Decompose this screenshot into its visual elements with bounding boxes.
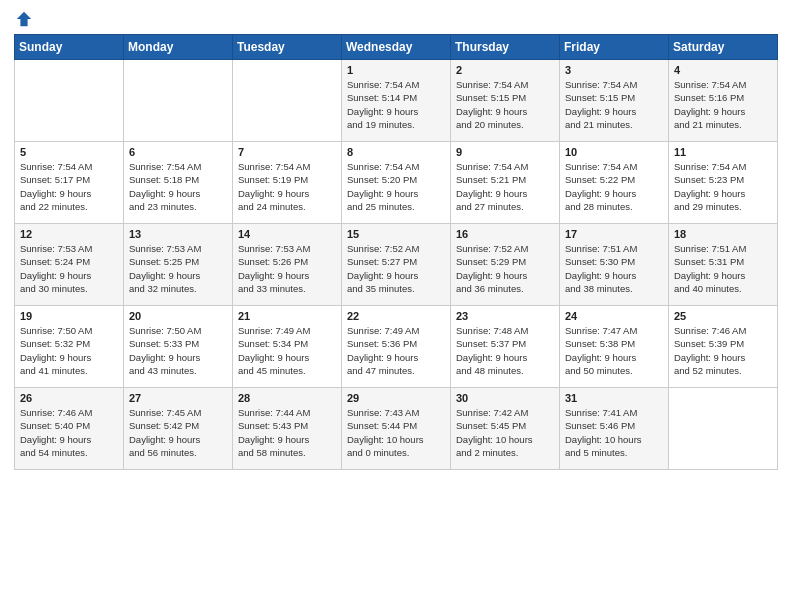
weekday-header: Monday [124, 35, 233, 60]
calendar-week-row: 26Sunrise: 7:46 AM Sunset: 5:40 PM Dayli… [15, 388, 778, 470]
day-number: 11 [674, 146, 772, 158]
day-info: Sunrise: 7:43 AM Sunset: 5:44 PM Dayligh… [347, 406, 445, 459]
weekday-header: Tuesday [233, 35, 342, 60]
day-number: 31 [565, 392, 663, 404]
page-container: SundayMondayTuesdayWednesdayThursdayFrid… [0, 0, 792, 480]
calendar-header-row: SundayMondayTuesdayWednesdayThursdayFrid… [15, 35, 778, 60]
day-info: Sunrise: 7:45 AM Sunset: 5:42 PM Dayligh… [129, 406, 227, 459]
day-number: 10 [565, 146, 663, 158]
day-info: Sunrise: 7:52 AM Sunset: 5:27 PM Dayligh… [347, 242, 445, 295]
day-info: Sunrise: 7:49 AM Sunset: 5:34 PM Dayligh… [238, 324, 336, 377]
day-number: 28 [238, 392, 336, 404]
day-info: Sunrise: 7:54 AM Sunset: 5:17 PM Dayligh… [20, 160, 118, 213]
calendar-cell: 20Sunrise: 7:50 AM Sunset: 5:33 PM Dayli… [124, 306, 233, 388]
day-number: 23 [456, 310, 554, 322]
calendar-cell: 30Sunrise: 7:42 AM Sunset: 5:45 PM Dayli… [451, 388, 560, 470]
calendar-cell: 1Sunrise: 7:54 AM Sunset: 5:14 PM Daylig… [342, 60, 451, 142]
day-info: Sunrise: 7:53 AM Sunset: 5:25 PM Dayligh… [129, 242, 227, 295]
calendar-cell: 7Sunrise: 7:54 AM Sunset: 5:19 PM Daylig… [233, 142, 342, 224]
day-number: 22 [347, 310, 445, 322]
calendar-cell: 9Sunrise: 7:54 AM Sunset: 5:21 PM Daylig… [451, 142, 560, 224]
calendar-cell: 5Sunrise: 7:54 AM Sunset: 5:17 PM Daylig… [15, 142, 124, 224]
day-number: 24 [565, 310, 663, 322]
day-number: 17 [565, 228, 663, 240]
day-info: Sunrise: 7:54 AM Sunset: 5:18 PM Dayligh… [129, 160, 227, 213]
calendar-cell: 13Sunrise: 7:53 AM Sunset: 5:25 PM Dayli… [124, 224, 233, 306]
day-number: 20 [129, 310, 227, 322]
day-number: 12 [20, 228, 118, 240]
day-number: 26 [20, 392, 118, 404]
weekday-header: Wednesday [342, 35, 451, 60]
calendar-cell: 19Sunrise: 7:50 AM Sunset: 5:32 PM Dayli… [15, 306, 124, 388]
weekday-header: Thursday [451, 35, 560, 60]
day-number: 13 [129, 228, 227, 240]
svg-marker-0 [17, 12, 31, 26]
weekday-header: Saturday [669, 35, 778, 60]
calendar-week-row: 12Sunrise: 7:53 AM Sunset: 5:24 PM Dayli… [15, 224, 778, 306]
day-info: Sunrise: 7:48 AM Sunset: 5:37 PM Dayligh… [456, 324, 554, 377]
day-number: 7 [238, 146, 336, 158]
day-number: 14 [238, 228, 336, 240]
calendar-week-row: 1Sunrise: 7:54 AM Sunset: 5:14 PM Daylig… [15, 60, 778, 142]
day-number: 9 [456, 146, 554, 158]
day-info: Sunrise: 7:50 AM Sunset: 5:32 PM Dayligh… [20, 324, 118, 377]
calendar-cell: 18Sunrise: 7:51 AM Sunset: 5:31 PM Dayli… [669, 224, 778, 306]
day-info: Sunrise: 7:54 AM Sunset: 5:15 PM Dayligh… [456, 78, 554, 131]
day-number: 3 [565, 64, 663, 76]
day-info: Sunrise: 7:54 AM Sunset: 5:19 PM Dayligh… [238, 160, 336, 213]
calendar-cell [669, 388, 778, 470]
day-info: Sunrise: 7:54 AM Sunset: 5:21 PM Dayligh… [456, 160, 554, 213]
day-info: Sunrise: 7:54 AM Sunset: 5:20 PM Dayligh… [347, 160, 445, 213]
day-info: Sunrise: 7:47 AM Sunset: 5:38 PM Dayligh… [565, 324, 663, 377]
calendar-cell: 16Sunrise: 7:52 AM Sunset: 5:29 PM Dayli… [451, 224, 560, 306]
calendar-cell: 4Sunrise: 7:54 AM Sunset: 5:16 PM Daylig… [669, 60, 778, 142]
day-number: 18 [674, 228, 772, 240]
day-number: 1 [347, 64, 445, 76]
day-number: 15 [347, 228, 445, 240]
day-info: Sunrise: 7:53 AM Sunset: 5:26 PM Dayligh… [238, 242, 336, 295]
calendar-cell: 12Sunrise: 7:53 AM Sunset: 5:24 PM Dayli… [15, 224, 124, 306]
calendar-cell [124, 60, 233, 142]
day-info: Sunrise: 7:46 AM Sunset: 5:39 PM Dayligh… [674, 324, 772, 377]
calendar-week-row: 5Sunrise: 7:54 AM Sunset: 5:17 PM Daylig… [15, 142, 778, 224]
calendar-cell: 10Sunrise: 7:54 AM Sunset: 5:22 PM Dayli… [560, 142, 669, 224]
day-info: Sunrise: 7:42 AM Sunset: 5:45 PM Dayligh… [456, 406, 554, 459]
day-info: Sunrise: 7:41 AM Sunset: 5:46 PM Dayligh… [565, 406, 663, 459]
calendar-cell: 23Sunrise: 7:48 AM Sunset: 5:37 PM Dayli… [451, 306, 560, 388]
calendar-table: SundayMondayTuesdayWednesdayThursdayFrid… [14, 34, 778, 470]
calendar-week-row: 19Sunrise: 7:50 AM Sunset: 5:32 PM Dayli… [15, 306, 778, 388]
day-info: Sunrise: 7:54 AM Sunset: 5:15 PM Dayligh… [565, 78, 663, 131]
calendar-cell: 15Sunrise: 7:52 AM Sunset: 5:27 PM Dayli… [342, 224, 451, 306]
day-number: 27 [129, 392, 227, 404]
calendar-cell: 3Sunrise: 7:54 AM Sunset: 5:15 PM Daylig… [560, 60, 669, 142]
day-number: 21 [238, 310, 336, 322]
calendar-cell: 6Sunrise: 7:54 AM Sunset: 5:18 PM Daylig… [124, 142, 233, 224]
calendar-cell [15, 60, 124, 142]
calendar-cell: 27Sunrise: 7:45 AM Sunset: 5:42 PM Dayli… [124, 388, 233, 470]
day-info: Sunrise: 7:51 AM Sunset: 5:31 PM Dayligh… [674, 242, 772, 295]
day-number: 6 [129, 146, 227, 158]
logo-icon [15, 10, 33, 28]
day-number: 29 [347, 392, 445, 404]
weekday-header: Sunday [15, 35, 124, 60]
day-number: 8 [347, 146, 445, 158]
day-number: 30 [456, 392, 554, 404]
day-number: 19 [20, 310, 118, 322]
calendar-cell: 25Sunrise: 7:46 AM Sunset: 5:39 PM Dayli… [669, 306, 778, 388]
calendar-cell: 22Sunrise: 7:49 AM Sunset: 5:36 PM Dayli… [342, 306, 451, 388]
weekday-header: Friday [560, 35, 669, 60]
calendar-cell: 26Sunrise: 7:46 AM Sunset: 5:40 PM Dayli… [15, 388, 124, 470]
calendar-cell: 8Sunrise: 7:54 AM Sunset: 5:20 PM Daylig… [342, 142, 451, 224]
day-info: Sunrise: 7:52 AM Sunset: 5:29 PM Dayligh… [456, 242, 554, 295]
calendar-cell: 29Sunrise: 7:43 AM Sunset: 5:44 PM Dayli… [342, 388, 451, 470]
header [14, 10, 778, 28]
day-number: 2 [456, 64, 554, 76]
calendar-cell [233, 60, 342, 142]
calendar-cell: 31Sunrise: 7:41 AM Sunset: 5:46 PM Dayli… [560, 388, 669, 470]
day-info: Sunrise: 7:54 AM Sunset: 5:23 PM Dayligh… [674, 160, 772, 213]
calendar-cell: 2Sunrise: 7:54 AM Sunset: 5:15 PM Daylig… [451, 60, 560, 142]
day-info: Sunrise: 7:54 AM Sunset: 5:22 PM Dayligh… [565, 160, 663, 213]
day-number: 5 [20, 146, 118, 158]
calendar-cell: 21Sunrise: 7:49 AM Sunset: 5:34 PM Dayli… [233, 306, 342, 388]
day-info: Sunrise: 7:54 AM Sunset: 5:16 PM Dayligh… [674, 78, 772, 131]
